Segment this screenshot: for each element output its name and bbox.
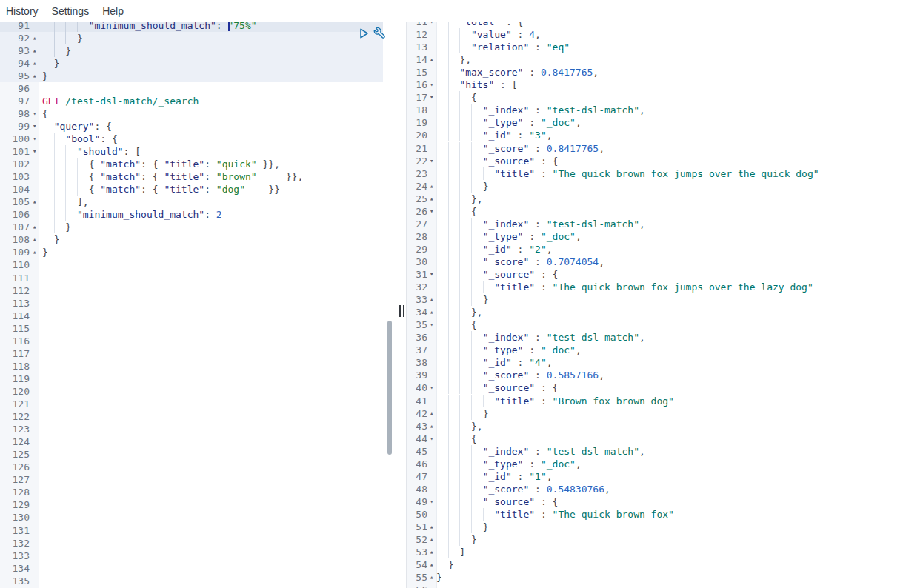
code-line[interactable]: 23 "title" : "The quick brown fox jumps … — [407, 167, 923, 180]
code-line-content[interactable] — [42, 575, 383, 587]
fold-end-icon[interactable]: ▴ — [430, 306, 433, 318]
fold-end-icon[interactable]: ▴ — [33, 70, 36, 82]
play-icon[interactable] — [357, 27, 370, 40]
code-line[interactable]: 13 "relation" : "eq" — [407, 41, 923, 53]
code-line-content[interactable] — [42, 360, 383, 372]
code-line-content[interactable] — [42, 549, 383, 562]
code-line[interactable]: 105▴ ], — [0, 196, 383, 208]
code-line-content[interactable] — [42, 297, 383, 310]
code-line-content[interactable]: }, — [436, 306, 923, 318]
code-line[interactable]: 36 "_index" : "test-dsl-match", — [407, 331, 923, 344]
fold-open-icon[interactable]: ▾ — [430, 91, 433, 104]
code-line[interactable]: 101▾ "should": [ — [0, 145, 383, 158]
code-line-content[interactable]: { — [436, 91, 923, 104]
code-line[interactable]: 129 — [0, 498, 383, 511]
code-line[interactable]: 110 — [0, 258, 383, 271]
code-line-content[interactable] — [42, 423, 383, 435]
code-line[interactable]: 102 { "match": { "title": "quick" }}, — [0, 158, 383, 170]
code-line-content[interactable]: "_score" : 0.7074054, — [436, 255, 923, 268]
code-line-content[interactable] — [42, 335, 383, 347]
fold-open-icon[interactable]: ▾ — [430, 78, 433, 91]
code-line[interactable]: 134 — [0, 562, 383, 575]
code-line[interactable]: 95▴} — [0, 70, 383, 82]
code-line[interactable]: 92▴ } — [0, 32, 383, 44]
code-line-content[interactable]: { — [42, 107, 383, 120]
code-line[interactable]: 30 "_score" : 0.7074054, — [407, 255, 923, 268]
code-line-content[interactable]: "_source" : { — [436, 268, 923, 281]
code-line[interactable]: 128 — [0, 486, 383, 498]
code-line-content[interactable]: "title" : "Brown fox brown dog" — [436, 395, 923, 407]
code-line-content[interactable] — [42, 82, 383, 95]
code-line-content[interactable]: "hits" : [ — [436, 78, 923, 91]
fold-open-icon[interactable]: ▾ — [430, 22, 433, 28]
code-line-content[interactable] — [42, 498, 383, 511]
code-line[interactable]: 24▴ } — [407, 180, 923, 193]
code-line[interactable]: 41 "title" : "Brown fox brown dog" — [407, 395, 923, 407]
code-line[interactable]: 123 — [0, 423, 383, 435]
code-line-content[interactable]: "value" : 4, — [436, 28, 923, 41]
fold-end-icon[interactable]: ▴ — [33, 196, 36, 208]
fold-end-icon[interactable]: ▴ — [430, 546, 433, 558]
fold-end-icon[interactable]: ▴ — [430, 420, 433, 432]
code-line[interactable]: 107▴ } — [0, 221, 383, 233]
code-line-content[interactable] — [42, 385, 383, 398]
fold-open-icon[interactable]: ▾ — [33, 145, 36, 158]
code-line[interactable]: 106 "minimum_should_match": 2 — [0, 208, 383, 221]
code-line-content[interactable]: } — [436, 407, 923, 420]
code-line[interactable]: 39 "_score" : 0.5857166, — [407, 369, 923, 381]
code-line-content[interactable]: "should": [ — [42, 145, 383, 158]
code-line-content[interactable] — [42, 310, 383, 322]
code-line-content[interactable] — [42, 524, 383, 537]
code-line-content[interactable]: { — [436, 432, 923, 445]
code-line-content[interactable]: }, — [436, 420, 923, 432]
fold-open-icon[interactable]: ▾ — [33, 133, 36, 145]
code-line[interactable]: 28 "_type" : "_doc", — [407, 230, 923, 243]
code-line-content[interactable]: "_type" : "_doc", — [436, 344, 923, 356]
fold-open-icon[interactable]: ▾ — [430, 432, 433, 445]
code-line[interactable]: 117 — [0, 347, 383, 360]
request-editor-scrollbar-thumb[interactable] — [387, 321, 392, 455]
code-line[interactable]: 19 "_type" : "_doc", — [407, 116, 923, 129]
code-line[interactable]: 25▴ }, — [407, 193, 923, 205]
code-line-content[interactable]: } — [42, 57, 383, 70]
code-line-content[interactable]: "_id" : "2", — [436, 243, 923, 255]
code-line-content[interactable]: { — [436, 318, 923, 331]
code-line-content[interactable]: } — [42, 32, 383, 44]
code-line-content[interactable]: "bool": { — [42, 133, 383, 145]
code-line-content[interactable] — [42, 473, 383, 486]
code-line[interactable]: 45 "_index" : "test-dsl-match", — [407, 445, 923, 458]
request-editor[interactable]: 91 "minimum_should_match": "75%"92▴ }93▴… — [0, 22, 383, 588]
menu-item-help[interactable]: Help — [102, 5, 124, 17]
code-line[interactable]: 104 { "match": { "title": "dog" }} — [0, 183, 383, 196]
code-line[interactable]: 120 — [0, 385, 383, 398]
code-line-content[interactable]: { "match": { "title": "dog" }} — [42, 183, 383, 196]
code-line[interactable]: 50 "title" : "The quick brown fox" — [407, 508, 923, 521]
code-line[interactable]: 11▾ "total" : { — [407, 22, 923, 28]
menu-item-settings[interactable]: Settings — [52, 5, 90, 17]
code-line-content[interactable]: ] — [436, 546, 923, 558]
menu-item-history[interactable]: History — [6, 5, 39, 17]
code-line[interactable]: 29 "_id" : "2", — [407, 243, 923, 255]
code-line[interactable]: 42▴ } — [407, 407, 923, 420]
code-line[interactable]: 32 "title" : "The quick brown fox jumps … — [407, 281, 923, 293]
code-line-content[interactable]: GET /test-dsl-match/_search — [42, 95, 383, 107]
code-line[interactable]: 48 "_score" : 0.54830766, — [407, 483, 923, 495]
code-line[interactable]: 43▴ }, — [407, 420, 923, 432]
code-line[interactable]: 27 "_index" : "test-dsl-match", — [407, 218, 923, 230]
code-line[interactable]: 112 — [0, 284, 383, 297]
code-line[interactable]: 98▾{ — [0, 107, 383, 120]
code-line-content[interactable]: "title" : "The quick brown fox jumps ove… — [436, 281, 923, 293]
code-line[interactable]: 118 — [0, 360, 383, 372]
code-line[interactable]: 99▾ "query": { — [0, 120, 383, 133]
code-line-content[interactable] — [42, 486, 383, 498]
code-line-content[interactable]: "max_score" : 0.8417765, — [436, 66, 923, 78]
code-line[interactable]: 109▴} — [0, 246, 383, 258]
code-line-content[interactable]: } — [42, 70, 383, 82]
fold-end-icon[interactable]: ▴ — [430, 521, 433, 533]
code-line[interactable]: 97GET /test-dsl-match/_search — [0, 95, 383, 107]
code-line-content[interactable]: } — [436, 558, 923, 571]
code-line-content[interactable]: "_index" : "test-dsl-match", — [436, 331, 923, 344]
code-line[interactable]: 94▴ } — [0, 57, 383, 70]
code-line[interactable]: 49▾ "_source" : { — [407, 495, 923, 508]
code-line-content[interactable]: "_index" : "test-dsl-match", — [436, 104, 923, 116]
